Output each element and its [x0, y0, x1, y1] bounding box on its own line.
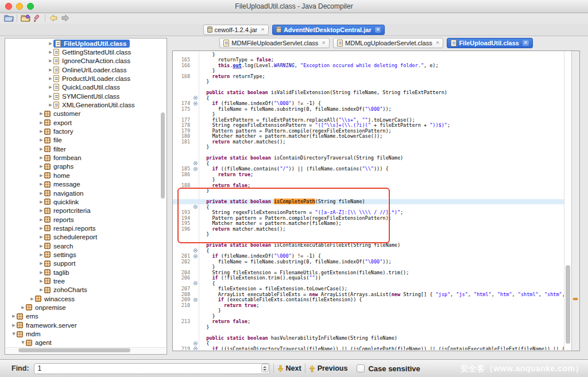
chevron-right-icon[interactable]: ▶	[48, 94, 53, 99]
tree-item-filter[interactable]: ▶filter	[5, 145, 160, 153]
tree-item-home[interactable]: ▶home	[5, 171, 160, 180]
open-file-icon[interactable]	[3, 14, 14, 23]
chevron-right-icon[interactable]: ▶	[48, 68, 53, 72]
find-stepper[interactable]	[261, 364, 269, 372]
collapse-icon[interactable]	[194, 281, 198, 285]
tree-item-graphs[interactable]: ▶graphs	[5, 162, 160, 171]
chevron-right-icon[interactable]: ▶	[38, 191, 44, 196]
tree-item-reportcriteria[interactable]: ▶reportcriteria	[5, 207, 160, 215]
tree-item-GettingStartedUtil.class[interactable]: ▶GettingStartedUtil.class	[5, 48, 160, 56]
search-type-icon[interactable]	[31, 14, 42, 23]
chevron-right-icon[interactable]: ▶	[38, 121, 44, 125]
tree-item-quicklink[interactable]: ▶quicklink	[5, 197, 160, 206]
chevron-right-icon[interactable]: ▶	[48, 41, 53, 46]
chevron-right-icon[interactable]: ▶	[38, 252, 44, 257]
find-next-button[interactable]: Next	[277, 364, 301, 372]
chevron-right-icon[interactable]: ▶	[48, 59, 53, 63]
close-icon[interactable]: ✕	[261, 27, 265, 33]
collapse-icon[interactable]	[194, 254, 198, 258]
tree-item-FileUploadUtil.class[interactable]: ▶FileUploadUtil.class	[5, 39, 160, 48]
chevron-right-icon[interactable]: ▶	[38, 235, 44, 239]
collapse-icon[interactable]	[194, 96, 198, 100]
tab-cewolf-1.2.4.jar[interactable]: cewolf-1.2.4.jar✕	[203, 25, 269, 35]
chevron-right-icon[interactable]: ▶	[48, 50, 53, 55]
chevron-down-icon[interactable]: ▼	[20, 340, 26, 345]
chevron-right-icon[interactable]: ▶	[38, 287, 44, 292]
collapse-icon[interactable]	[194, 248, 198, 252]
tree-item-SYMClientUtil.class[interactable]: ▶SYMClientUtil.class	[5, 92, 160, 100]
find-previous-button[interactable]: Previous	[309, 364, 348, 372]
chevron-right-icon[interactable]: ▶	[20, 305, 26, 310]
chevron-right-icon[interactable]: ▶	[48, 103, 53, 107]
tree-item-formbean[interactable]: ▶formbean	[5, 153, 160, 162]
chevron-right-icon[interactable]: ▶	[38, 200, 44, 204]
tree-item-taglib[interactable]: ▶taglib	[5, 268, 160, 277]
chevron-right-icon[interactable]: ▶	[38, 147, 44, 151]
editor-vertical-scrollbar[interactable]	[564, 51, 572, 351]
tree-item-tree[interactable]: ▶tree	[5, 277, 160, 285]
tab-FileUploadUtil.class[interactable]: FileUploadUtil.class✕	[447, 38, 532, 48]
chevron-right-icon[interactable]: ▶	[38, 156, 44, 160]
tab-MDMFileUploaderServlet.class[interactable]: MDMFileUploaderServlet.class✕	[219, 38, 330, 48]
open-type-icon[interactable]	[20, 14, 31, 23]
tree-vertical-scrollbar-thumb[interactable]	[161, 112, 165, 199]
collapse-icon[interactable]	[194, 205, 198, 209]
close-icon[interactable]: ✕	[523, 40, 529, 46]
code-editor[interactable]: }165 returnType = false;166 this.out.log…	[172, 50, 580, 351]
tree-item-restapi.reports[interactable]: ▶restapi.reports	[5, 224, 160, 232]
collapse-icon[interactable]	[194, 102, 198, 106]
package-tree-panel[interactable]: ▶FileUploadUtil.class▶GettingStartedUtil…	[5, 38, 167, 355]
back-icon[interactable]	[48, 14, 59, 23]
tree-item-OnlineUrlLoader.class[interactable]: ▶OnlineUrlLoader.class	[5, 65, 160, 74]
tree-item-file[interactable]: ▶file	[5, 136, 160, 145]
tree-item-customer[interactable]: ▶customer	[5, 110, 160, 118]
collapse-icon[interactable]	[194, 298, 198, 302]
chevron-right-icon[interactable]: ▶	[38, 111, 44, 116]
collapse-icon[interactable]	[194, 341, 198, 345]
chevron-right-icon[interactable]: ▶	[38, 129, 44, 134]
tree-horizontal-scrollbar-thumb[interactable]	[18, 348, 130, 352]
editor-vertical-scrollbar-thumb[interactable]	[566, 265, 570, 344]
close-icon[interactable]: ✕	[375, 27, 381, 33]
tree-horizontal-scrollbar[interactable]	[6, 347, 166, 353]
tree-item-ProductUrlLoader.class[interactable]: ▶ProductUrlLoader.class	[5, 74, 160, 83]
stepper-down-icon[interactable]	[263, 369, 266, 371]
tree-item-settings[interactable]: ▶settings	[5, 250, 160, 259]
find-input[interactable]	[34, 363, 270, 374]
stepper-up-icon[interactable]	[263, 366, 266, 368]
tree-item-factory[interactable]: ▶factory	[5, 127, 160, 135]
tree-item-onpremise[interactable]: ▶onpremise	[5, 303, 160, 312]
chevron-right-icon[interactable]: ▶	[38, 217, 44, 222]
chevron-right-icon[interactable]: ▶	[38, 244, 44, 248]
collapse-icon[interactable]	[194, 161, 198, 165]
chevron-right-icon[interactable]: ▶	[38, 182, 44, 186]
forward-icon[interactable]	[59, 14, 71, 23]
chevron-right-icon[interactable]: ▶	[38, 173, 44, 178]
tree-item-winaccess[interactable]: ▶winaccess	[5, 294, 160, 303]
chevron-right-icon[interactable]: ▶	[38, 138, 44, 142]
tree-item-framework.server[interactable]: ▶framework.server	[5, 321, 160, 329]
tree-item-mdm[interactable]: ▼mdm	[5, 329, 160, 338]
tree-item-ems[interactable]: ▶ems	[5, 312, 160, 321]
chevron-right-icon[interactable]: ▶	[38, 164, 44, 169]
tree-item-reports[interactable]: ▶reports	[5, 215, 160, 224]
chevron-right-icon[interactable]: ▶	[38, 208, 44, 213]
collapse-icon[interactable]	[194, 167, 198, 171]
tree-item-export[interactable]: ▶export	[5, 118, 160, 127]
tree-item-navigation[interactable]: ▶navigation	[5, 189, 160, 197]
tree-item-agent[interactable]: ▼agent	[5, 339, 160, 347]
chevron-right-icon[interactable]: ▶	[38, 270, 44, 275]
chevron-right-icon[interactable]: ▶	[38, 261, 44, 266]
tree-item-XMLGenerationUtil.class[interactable]: ▶XMLGenerationUtil.class	[5, 100, 160, 109]
tree-item-support[interactable]: ▶support	[5, 259, 160, 268]
annotation-marker[interactable]	[573, 298, 578, 300]
tree-item-IgnoreCharAction.class[interactable]: ▶IgnoreCharAction.class	[5, 57, 160, 65]
case-sensitive-checkbox[interactable]	[357, 364, 365, 372]
close-icon[interactable]: ✕	[322, 40, 326, 46]
chevron-right-icon[interactable]: ▶	[11, 314, 17, 318]
tree-item-zohoCharts[interactable]: ▶zohoCharts	[5, 286, 160, 294]
chevron-right-icon[interactable]: ▶	[29, 297, 35, 301]
tree-item-QuickLoadUtil.class[interactable]: ▶QuickLoadUtil.class	[5, 83, 160, 92]
tree-item-message[interactable]: ▶message	[5, 180, 160, 189]
chevron-right-icon[interactable]: ▶	[48, 85, 53, 90]
